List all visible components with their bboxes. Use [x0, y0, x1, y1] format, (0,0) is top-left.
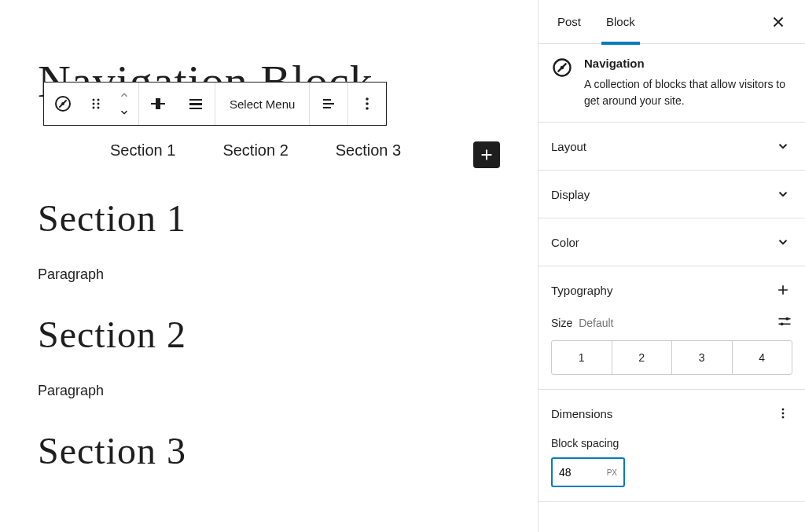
svg-rect-10 — [189, 99, 202, 101]
tab-post[interactable]: Post — [545, 0, 594, 44]
svg-point-14 — [366, 102, 369, 105]
section-heading[interactable]: Section 1 — [38, 196, 186, 240]
panel-layout[interactable]: Layout — [539, 123, 805, 170]
size-option[interactable]: 1 — [552, 341, 612, 374]
panel-title: Typography — [551, 284, 612, 297]
panel-display[interactable]: Display — [539, 171, 805, 218]
svg-point-6 — [93, 107, 95, 109]
svg-point-24 — [782, 416, 785, 419]
block-info-panel: Navigation A collection of blocks that a… — [539, 44, 805, 123]
section-heading[interactable]: Section 3 — [38, 429, 186, 472]
size-label: Size Default — [551, 317, 613, 329]
svg-rect-12 — [189, 108, 202, 109]
block-spacing-label: Block spacing — [551, 437, 792, 449]
panel-title: Dimensions — [551, 407, 612, 420]
paragraph-block[interactable]: Paragraph — [38, 266, 186, 283]
chevron-down-icon — [774, 233, 792, 251]
svg-point-23 — [782, 413, 785, 415]
page-content: Section 1 Paragraph Section 2 Paragraph … — [38, 189, 186, 499]
close-sidebar-button[interactable] — [763, 6, 794, 38]
section-heading[interactable]: Section 2 — [38, 313, 186, 356]
add-block-button[interactable] — [473, 141, 500, 168]
svg-rect-9 — [156, 98, 160, 109]
svg-point-21 — [781, 322, 784, 325]
move-up-button[interactable] — [110, 86, 138, 104]
svg-point-22 — [782, 409, 785, 411]
svg-point-13 — [366, 97, 369, 101]
svg-point-2 — [93, 99, 95, 101]
nav-link[interactable]: Section 1 — [110, 141, 175, 160]
svg-rect-11 — [189, 103, 202, 105]
editor-canvas: Navigation Block — [0, 0, 538, 532]
justify-button[interactable] — [177, 83, 215, 125]
block-toolbar: Select Menu — [43, 82, 387, 126]
block-spacing-input-wrap[interactable]: PX — [551, 457, 625, 487]
block-info-title: Navigation — [584, 57, 792, 70]
paragraph-block[interactable]: Paragraph — [38, 383, 186, 399]
nav-link[interactable]: Section 3 — [336, 141, 401, 160]
panel-title: Layout — [551, 140, 586, 153]
plus-icon[interactable] — [774, 281, 792, 299]
move-down-button[interactable] — [110, 104, 138, 121]
svg-point-3 — [97, 99, 100, 101]
chevron-down-icon — [774, 185, 792, 204]
panel-title: Color — [551, 236, 579, 249]
settings-slider-icon[interactable] — [777, 314, 792, 332]
size-option[interactable]: 4 — [733, 341, 792, 374]
svg-point-17 — [561, 66, 564, 70]
svg-point-7 — [97, 107, 100, 109]
size-default-value: Default — [579, 317, 613, 329]
chevron-down-icon — [774, 137, 792, 156]
panel-typography[interactable]: Typography — [539, 266, 805, 314]
navigation-icon — [551, 57, 573, 79]
panel-title: Display — [551, 188, 590, 201]
panel-color[interactable]: Color — [539, 218, 805, 266]
svg-point-4 — [93, 103, 95, 105]
size-option[interactable]: 3 — [672, 341, 733, 374]
svg-point-15 — [366, 107, 369, 110]
drag-handle-icon[interactable] — [82, 83, 110, 125]
block-spacing-input[interactable] — [559, 466, 594, 479]
settings-sidebar: Post Block Navigation A collection of bl… — [538, 0, 805, 532]
tab-block[interactable]: Block — [594, 0, 648, 44]
sidebar-tabs: Post Block — [539, 0, 805, 44]
svg-point-1 — [61, 102, 64, 105]
size-option-group: 1 2 3 4 — [551, 340, 792, 375]
svg-point-5 — [97, 103, 100, 105]
svg-point-19 — [785, 317, 788, 321]
unit-label[interactable]: PX — [607, 468, 617, 477]
more-vertical-icon[interactable] — [774, 404, 792, 423]
panel-dimensions[interactable]: Dimensions — [539, 390, 805, 437]
nav-link[interactable]: Section 2 — [222, 141, 288, 160]
block-type-icon[interactable] — [44, 83, 82, 125]
navigation-block[interactable]: Section 1 Section 2 Section 3 — [38, 141, 401, 160]
more-options-button[interactable] — [348, 83, 386, 125]
block-info-description: A collection of blocks that allow visito… — [584, 76, 792, 109]
size-option[interactable]: 2 — [612, 341, 673, 374]
select-menu-button[interactable]: Select Menu — [215, 83, 309, 125]
align-button[interactable] — [139, 83, 177, 125]
svg-rect-20 — [779, 324, 791, 325]
list-view-button[interactable] — [310, 83, 347, 125]
